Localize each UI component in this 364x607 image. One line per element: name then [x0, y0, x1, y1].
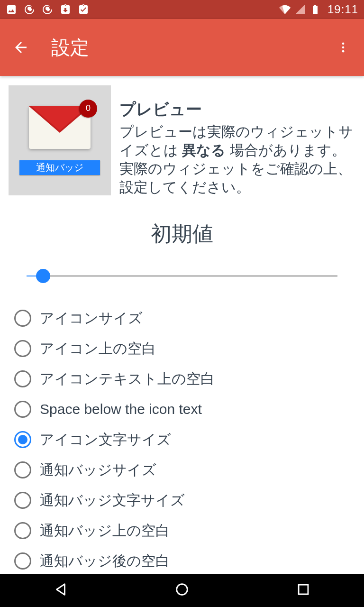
badge-count: 0	[79, 100, 97, 118]
radio-indicator[interactable]	[14, 552, 31, 570]
mail-icon: 0	[29, 106, 91, 149]
radio-option-4[interactable]: アイコン文字サイズ	[0, 424, 364, 455]
nav-recent-button[interactable]	[295, 581, 311, 599]
status-right: 19:11	[279, 3, 358, 16]
radio-indicator[interactable]	[14, 340, 31, 357]
spiral-icon	[42, 4, 53, 15]
circle-icon	[174, 581, 190, 598]
app-bar: 設定	[0, 19, 364, 76]
triangle-left-icon	[53, 581, 69, 598]
svg-point-2	[342, 50, 345, 53]
radio-label: Space below the icon text	[40, 401, 202, 417]
radio-option-6[interactable]: 通知バッジ文字サイズ	[0, 485, 364, 515]
battery-icon	[309, 4, 321, 15]
svg-point-3	[177, 584, 188, 595]
preview-description: プレビューは実際のウィジェットサイズとは 異なる 場合があります。 実際のウィジ…	[119, 122, 355, 196]
status-bar: 19:11	[0, 0, 364, 19]
slider-track	[27, 276, 337, 276]
radio-option-0[interactable]: アイコンサイズ	[0, 303, 364, 333]
radio-indicator[interactable]	[14, 461, 31, 478]
radio-indicator[interactable]	[14, 431, 31, 448]
navigation-bar	[0, 574, 364, 607]
preview-strip-label: 通知バッジ	[19, 160, 100, 175]
appbar-title: 設定	[51, 35, 89, 61]
arrow-left-icon	[12, 39, 29, 56]
wifi-icon	[279, 4, 291, 15]
radio-indicator[interactable]	[14, 522, 31, 539]
spiral-icon	[24, 4, 35, 15]
cell-signal-icon	[294, 4, 306, 15]
preview-text: プレビュー プレビューは実際のウィジェットサイズとは 異なる 場合があります。 …	[119, 85, 355, 196]
radio-list: アイコンサイズアイコン上の空白アイコンテキスト上の空白Space below t…	[0, 303, 364, 574]
radio-label: アイコン文字サイズ	[40, 430, 171, 450]
radio-option-1[interactable]: アイコン上の空白	[0, 333, 364, 364]
radio-label: 通知バッジ後の空白	[40, 552, 170, 571]
svg-point-1	[342, 46, 345, 49]
radio-option-7[interactable]: 通知バッジ上の空白	[0, 515, 364, 546]
radio-label: アイコンテキスト上の空白	[40, 369, 215, 389]
back-button[interactable]	[11, 38, 30, 57]
radio-label: 通知バッジ上の空白	[40, 521, 170, 541]
preview-desc-bold: 異なる	[182, 142, 226, 158]
radio-option-8[interactable]: 通知バッジ後の空白	[0, 546, 364, 574]
clipboard-down-icon	[60, 4, 71, 15]
radio-label: アイコンサイズ	[40, 309, 143, 328]
radio-indicator[interactable]	[14, 492, 31, 509]
status-clock: 19:11	[328, 3, 358, 16]
preview-row: 0 通知バッジ プレビュー プレビューは実際のウィジェットサイズとは 異なる 場…	[0, 76, 364, 196]
square-icon	[295, 581, 311, 598]
radio-option-3[interactable]: Space below the icon text	[0, 394, 364, 424]
preview-widget: 0 通知バッジ	[9, 85, 111, 195]
slider[interactable]	[0, 268, 364, 287]
nav-home-button[interactable]	[174, 581, 190, 599]
radio-option-5[interactable]: 通知バッジサイズ	[0, 455, 364, 485]
radio-indicator[interactable]	[14, 370, 31, 387]
image-icon	[6, 4, 17, 15]
more-vert-icon	[337, 41, 350, 54]
status-left	[6, 4, 89, 15]
radio-indicator[interactable]	[14, 401, 31, 418]
radio-label: 通知バッジ文字サイズ	[40, 491, 185, 510]
slider-thumb[interactable]	[36, 269, 50, 283]
radio-label: アイコン上の空白	[40, 339, 156, 359]
svg-point-0	[342, 43, 345, 45]
clipboard-check-icon	[78, 4, 89, 15]
radio-label: 通知バッジサイズ	[40, 460, 156, 480]
content: 0 通知バッジ プレビュー プレビューは実際のウィジェットサイズとは 異なる 場…	[0, 76, 364, 574]
svg-rect-4	[299, 585, 308, 594]
overflow-menu-button[interactable]	[334, 38, 353, 57]
nav-back-button[interactable]	[53, 581, 69, 599]
radio-indicator[interactable]	[14, 310, 31, 327]
section-header: 初期値	[0, 220, 364, 248]
radio-option-2[interactable]: アイコンテキスト上の空白	[0, 364, 364, 394]
preview-title: プレビュー	[119, 99, 355, 120]
